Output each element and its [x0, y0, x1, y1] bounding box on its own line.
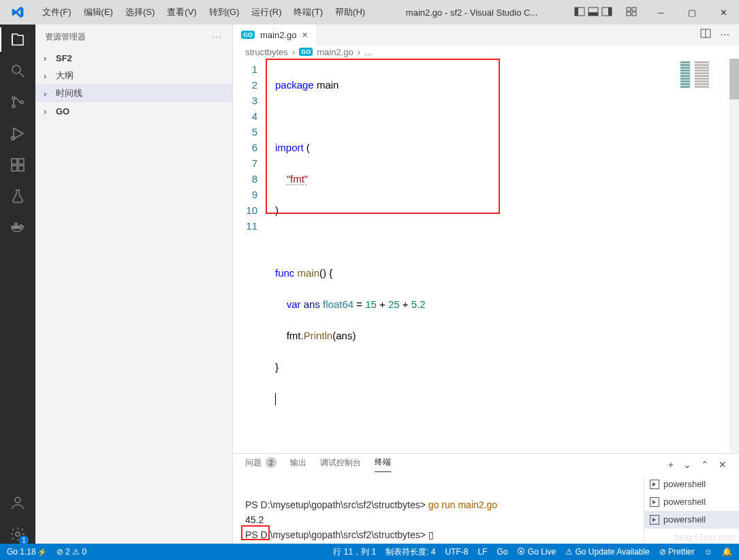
go-file-icon: GO	[299, 48, 313, 56]
window-maximize-button[interactable]: ▢	[676, 0, 708, 25]
title-bar: 文件(F) 编辑(E) 选择(S) 查看(V) 转到(G) 运行(R) 终端(T…	[0, 0, 739, 25]
terminal-new-icon[interactable]: +	[668, 459, 674, 470]
tab-main2-go[interactable]: GO main2.go ×	[233, 25, 317, 46]
go-file-icon: GO	[241, 31, 255, 39]
breadcrumb-file[interactable]: main2.go	[317, 47, 353, 57]
explorer-icon[interactable]	[8, 30, 27, 49]
line-gutter: 1234567891011	[233, 59, 270, 453]
testing-icon[interactable]	[8, 187, 27, 206]
extensions-icon[interactable]	[8, 155, 27, 174]
svg-rect-16	[12, 159, 17, 164]
menu-go[interactable]: 转到(G)	[205, 3, 244, 21]
terminal-session-1[interactable]: powershell	[644, 476, 739, 493]
menu-file[interactable]: 文件(F)	[38, 3, 76, 21]
menu-help[interactable]: 帮助(H)	[331, 3, 369, 21]
status-indent[interactable]: 制表符长度: 4	[386, 546, 435, 558]
menu-bar: 文件(F) 编辑(E) 选择(S) 查看(V) 转到(G) 运行(R) 终端(T…	[35, 3, 369, 21]
panel-maximize-icon[interactable]: ⌃	[701, 459, 709, 470]
svg-rect-18	[12, 166, 17, 171]
svg-rect-17	[18, 159, 24, 164]
docker-icon[interactable]	[8, 218, 27, 237]
breadcrumb[interactable]: structbytes › GO main2.go › ...	[233, 46, 739, 59]
toggle-secondary-sidebar-icon[interactable]	[601, 6, 612, 19]
editor-tabs: GO main2.go × ···	[233, 25, 739, 46]
editor-area: GO main2.go × ··· structbytes › GO main2…	[233, 25, 739, 544]
run-debug-icon[interactable]	[8, 124, 27, 143]
svg-rect-23	[15, 223, 17, 225]
terminal-dropdown-icon[interactable]: ⌄	[683, 459, 691, 470]
status-notifications-icon[interactable]	[722, 547, 732, 557]
svg-rect-9	[632, 12, 636, 16]
svg-point-13	[12, 105, 15, 108]
breadcrumb-more[interactable]: ...	[364, 47, 372, 57]
panel-tab-problems[interactable]: 问题2	[245, 457, 277, 472]
panel-tab-output[interactable]: 输出	[290, 457, 306, 472]
code-content[interactable]: package main import ( "fmt" ) func main(…	[270, 59, 739, 453]
sidebar-more-icon[interactable]: ···	[212, 32, 223, 42]
svg-rect-1	[575, 7, 578, 16]
svg-line-11	[20, 73, 24, 77]
status-problems[interactable]: 2 0	[57, 547, 87, 557]
terminal-output[interactable]: PS D:\mysetup\gopath\src\sf2\structbytes…	[233, 476, 644, 544]
bottom-panel: 问题2 输出 调试控制台 终端 + ⌄ ⌃ ✕ PS D:\mysetup\go…	[233, 453, 739, 544]
svg-rect-8	[627, 12, 631, 16]
status-cursor-position[interactable]: 行 11，列 1	[333, 546, 376, 558]
menu-view[interactable]: 查看(V)	[163, 3, 200, 21]
customize-layout-icon[interactable]	[626, 6, 637, 19]
svg-point-25	[16, 532, 20, 536]
sidebar-section-sf2[interactable]: ›SF2	[35, 49, 232, 67]
breadcrumb-folder[interactable]: structbytes	[245, 47, 288, 57]
vertical-scrollbar[interactable]	[729, 59, 739, 453]
window-minimize-button[interactable]: ─	[645, 0, 676, 25]
problems-count-badge: 2	[266, 457, 277, 468]
code-editor[interactable]: 1234567891011 package main import ( "fmt…	[233, 59, 739, 453]
menu-selection[interactable]: 选择(S)	[121, 3, 159, 21]
terminal-icon	[650, 480, 659, 489]
editor-more-icon[interactable]: ···	[721, 29, 729, 41]
menu-edit[interactable]: 编辑(E)	[80, 3, 117, 21]
split-editor-icon[interactable]	[700, 28, 711, 42]
status-go-live[interactable]: Go Live	[517, 547, 556, 557]
terminal-session-2[interactable]: powershell	[644, 493, 739, 511]
source-control-icon[interactable]	[8, 93, 27, 112]
status-go-version[interactable]: Go 1.18	[7, 547, 47, 557]
status-encoding[interactable]: UTF-8	[445, 547, 468, 557]
accounts-icon[interactable]	[8, 493, 27, 512]
search-icon[interactable]	[8, 61, 27, 80]
terminal-session-3[interactable]: powershell	[644, 511, 739, 529]
explorer-sidebar: 资源管理器 ··· ›SF2 ›大纲 ›时间线 ›GO	[35, 25, 233, 544]
tab-label: main2.go	[260, 30, 296, 40]
panel-tab-debug-console[interactable]: 调试控制台	[320, 457, 361, 472]
sidebar-title: 资源管理器	[45, 31, 86, 43]
svg-point-24	[15, 497, 20, 503]
menu-terminal[interactable]: 终端(T)	[289, 3, 327, 21]
status-language[interactable]: Go	[497, 547, 507, 557]
annotation-box-output	[241, 525, 270, 540]
sidebar-section-timeline[interactable]: ›时间线	[35, 84, 232, 102]
sidebar-section-outline[interactable]: ›大纲	[35, 67, 232, 84]
text-cursor	[275, 393, 276, 405]
watermark: blog.51cto.com	[675, 532, 735, 542]
window-title: main2.go - sf2 - Visual Studio C...	[369, 7, 574, 18]
panel-close-icon[interactable]: ✕	[719, 459, 727, 470]
tab-close-icon[interactable]: ×	[302, 29, 308, 40]
svg-rect-5	[608, 7, 612, 16]
status-go-update[interactable]: Go Update Available	[565, 547, 650, 557]
window-close-button[interactable]: ✕	[708, 0, 739, 25]
status-feedback-icon[interactable]: ☺	[704, 547, 712, 557]
status-prettier[interactable]: Prettier	[659, 547, 695, 557]
minimap[interactable]	[680, 61, 728, 102]
panel-tab-terminal[interactable]: 终端	[375, 456, 391, 472]
layout-controls	[574, 6, 637, 19]
vscode-logo-icon	[0, 5, 35, 19]
toggle-panel-icon[interactable]	[588, 6, 599, 19]
toggle-primary-sidebar-icon[interactable]	[574, 6, 585, 19]
sidebar-section-go[interactable]: ›GO	[35, 102, 232, 120]
svg-rect-6	[627, 7, 631, 11]
status-eol[interactable]: LF	[477, 547, 487, 557]
svg-point-10	[12, 65, 20, 74]
settings-gear-icon[interactable]: 1	[8, 525, 27, 544]
svg-point-15	[12, 137, 15, 140]
terminal-icon	[650, 497, 659, 507]
menu-run[interactable]: 运行(R)	[247, 3, 285, 21]
